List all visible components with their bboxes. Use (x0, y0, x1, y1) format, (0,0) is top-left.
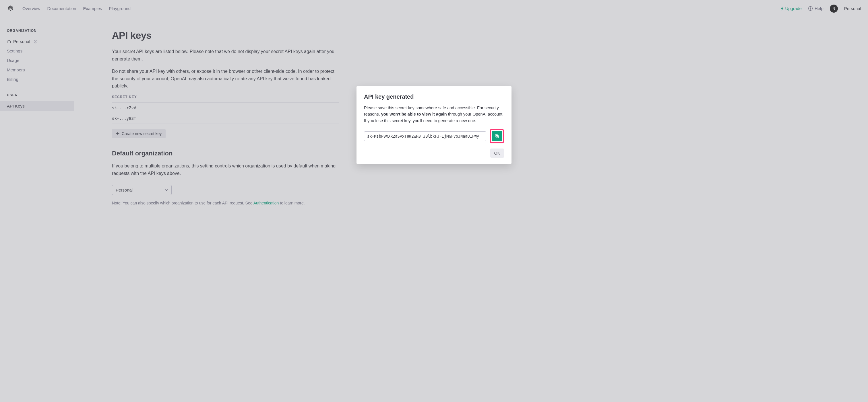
modal-body-bold: you won't be able to view it again (381, 112, 447, 116)
key-field-row (364, 129, 504, 143)
generated-key-input[interactable] (364, 131, 486, 141)
copy-icon (495, 134, 499, 138)
svg-rect-7 (495, 135, 498, 137)
modal-actions: OK (364, 148, 504, 158)
modal-body: Please save this secret key somewhere sa… (364, 105, 504, 124)
copy-highlight (490, 129, 504, 143)
modal-title: API key generated (364, 94, 504, 100)
modal-overlay[interactable]: API key generated Please save this secre… (0, 0, 868, 402)
api-key-modal: API key generated Please save this secre… (356, 86, 512, 164)
svg-rect-6 (496, 136, 499, 138)
copy-key-button[interactable] (492, 131, 502, 141)
ok-button[interactable]: OK (490, 148, 504, 158)
